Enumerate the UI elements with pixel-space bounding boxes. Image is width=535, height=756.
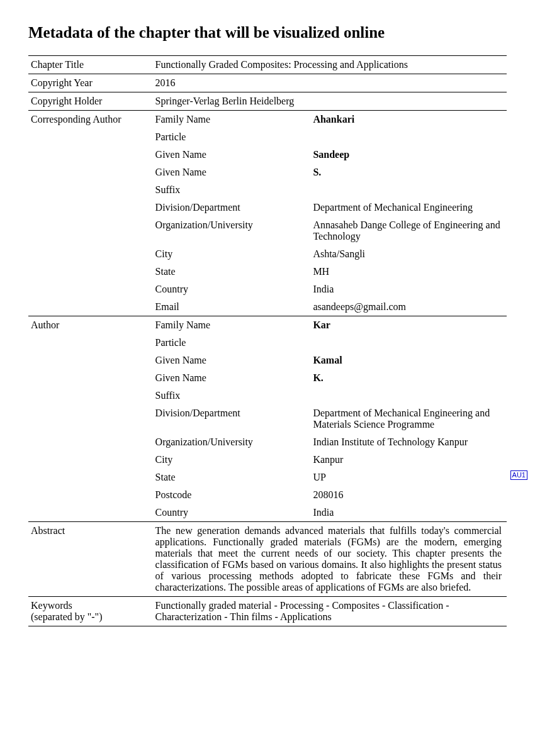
- field-value: India: [310, 504, 507, 522]
- row-label: [28, 164, 153, 181]
- row-label: [28, 128, 153, 146]
- row-label: Copyright Year: [28, 74, 153, 92]
- field-key: Given Name: [153, 369, 311, 387]
- field-key: Country: [153, 504, 311, 522]
- field-key: Particle: [153, 334, 311, 352]
- field-key: Particle: [153, 128, 311, 146]
- field-key: Division/Department: [153, 199, 311, 216]
- field-value: Department of Mechanical Engineering and…: [310, 404, 507, 433]
- annotation-au1: AU1: [510, 470, 527, 480]
- row-label: [28, 433, 153, 451]
- row-label: Author: [28, 316, 153, 335]
- field-value: asandeeps@gmail.com: [310, 298, 507, 316]
- row-value: Springer-Verlag Berlin Heidelberg: [153, 92, 507, 111]
- row-label: [28, 245, 153, 263]
- row-label: [28, 504, 153, 522]
- field-value: UP: [310, 469, 507, 486]
- row-value: Functionally Graded Composites: Processi…: [153, 56, 507, 74]
- field-key: City: [153, 451, 311, 469]
- field-value: 208016: [310, 486, 507, 504]
- field-key: Division/Department: [153, 404, 311, 433]
- row-label: [28, 469, 153, 486]
- row-label: [28, 451, 153, 469]
- field-value: Department of Mechanical Engineering: [310, 199, 507, 216]
- field-key: Country: [153, 281, 311, 298]
- field-value: [310, 128, 507, 146]
- field-key: Email: [153, 298, 311, 316]
- row-label: [28, 334, 153, 352]
- row-label: Keywords(separated by "-"): [28, 597, 153, 626]
- field-key: Given Name: [153, 164, 311, 181]
- field-value: India: [310, 281, 507, 298]
- field-key: Organization/University: [153, 216, 311, 245]
- field-value: K.: [310, 369, 507, 387]
- field-key: State: [153, 469, 311, 486]
- row-label: [28, 369, 153, 387]
- field-value: MH: [310, 263, 507, 281]
- metadata-table: Chapter TitleFunctionally Graded Composi…: [28, 55, 507, 626]
- field-value: Sandeep: [310, 146, 507, 164]
- row-value: The new generation demands advanced mate…: [153, 522, 507, 597]
- field-value: S.: [310, 164, 507, 181]
- row-label: [28, 298, 153, 316]
- field-key: Suffix: [153, 387, 311, 404]
- row-value: Functionally graded material - Processin…: [153, 597, 507, 626]
- field-key: City: [153, 245, 311, 263]
- page-title: Metadata of the chapter that will be vis…: [28, 24, 507, 42]
- field-value: Kanpur: [310, 451, 507, 469]
- field-value: [310, 334, 507, 352]
- row-label: [28, 263, 153, 281]
- field-value: Kamal: [310, 352, 507, 369]
- field-key: State: [153, 263, 311, 281]
- row-label: [28, 352, 153, 369]
- field-key: Given Name: [153, 352, 311, 369]
- field-value: [310, 181, 507, 199]
- field-key: Postcode: [153, 486, 311, 504]
- field-value: Kar: [310, 316, 507, 335]
- field-value: Annasaheb Dange College of Engineering a…: [310, 216, 507, 245]
- row-label: [28, 199, 153, 216]
- field-key: Family Name: [153, 111, 311, 129]
- row-label: [28, 216, 153, 245]
- field-key: Family Name: [153, 316, 311, 335]
- row-label: [28, 404, 153, 433]
- row-label: Copyright Holder: [28, 92, 153, 111]
- row-label: [28, 281, 153, 298]
- row-label: [28, 146, 153, 164]
- field-key: Organization/University: [153, 433, 311, 451]
- row-label: Abstract: [28, 522, 153, 597]
- field-value: Ashta/Sangli: [310, 245, 507, 263]
- field-key: Given Name: [153, 146, 311, 164]
- field-value: Ahankari: [310, 111, 507, 129]
- row-label: [28, 486, 153, 504]
- row-label: Corresponding Author: [28, 111, 153, 129]
- field-value: Indian Institute of Technology Kanpur: [310, 433, 507, 451]
- row-label: Chapter Title: [28, 56, 153, 74]
- row-value: 2016: [153, 74, 507, 92]
- row-label: [28, 181, 153, 199]
- field-key: Suffix: [153, 181, 311, 199]
- row-label: [28, 387, 153, 404]
- field-value: [310, 387, 507, 404]
